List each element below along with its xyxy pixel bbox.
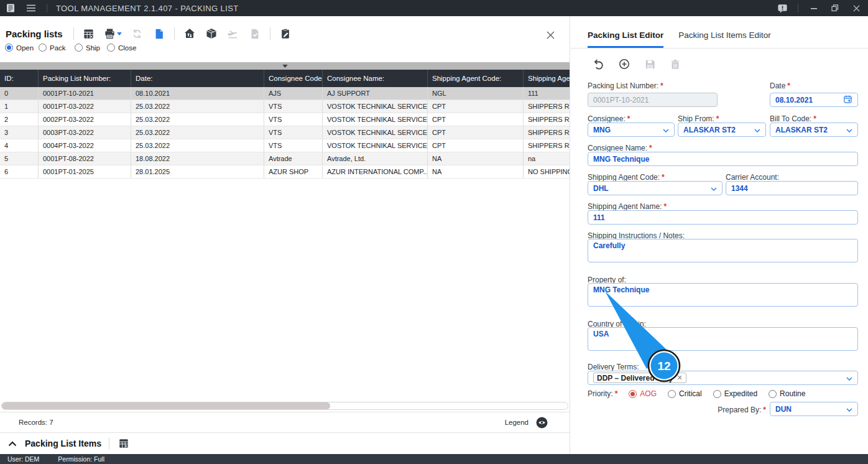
collapse-chevron-icon[interactable] [7,437,17,450]
filter-close-radio[interactable]: Close [107,44,136,52]
remove-chip-icon[interactable]: ✕ [677,374,683,382]
priority-group: Priority:* AOG Critical Expedited Routin… [588,389,805,398]
horizontal-scrollbar[interactable] [1,402,568,410]
toolbar-separator [73,27,74,40]
shipping-instructions-field[interactable]: Carefully [588,239,858,262]
tab-packing-list-editor[interactable]: Packing List Editor [588,30,663,48]
radio-routine[interactable] [769,390,777,398]
grid-splitter[interactable] [0,62,570,70]
statusbar: User: DEM Permission: Full [0,454,868,464]
print-button[interactable] [104,27,122,40]
ship-from-label: Ship From:* [678,114,719,123]
property-of-field[interactable]: MNG Technique [588,283,858,307]
col-header-id[interactable]: ID: [0,70,39,87]
warehouse-transfer-icon[interactable] [183,27,196,40]
table-row[interactable]: 50001PT-08-202218.08.2022AvtradeAvtrade,… [0,152,570,165]
radio-pack[interactable] [39,44,47,52]
priority-label: Priority:* [588,389,617,398]
save-icon[interactable] [643,57,657,71]
records-count: Records: 7 [19,419,53,426]
package-icon[interactable] [205,27,218,40]
col-header-date[interactable]: Date: [131,70,264,87]
items-grid-icon[interactable] [117,437,131,450]
edit-clipboard-icon[interactable] [279,27,292,40]
col-header-agent-code[interactable]: Shipping Agent Code: [428,70,524,87]
legend-eye-icon[interactable] [535,415,548,429]
ship-from-select[interactable]: ALASKAR ST2 [678,123,766,137]
editor-tabs: Packing List Editor Packing List Items E… [571,16,868,49]
statusbar-permission: Permission: Full [58,455,104,463]
filter-open-radio[interactable]: Open [5,44,39,52]
calendar-icon[interactable] [843,95,852,106]
ship-plane-icon[interactable] [226,27,240,40]
splitter-collapse-icon [282,65,288,68]
undo-icon[interactable] [592,57,606,71]
col-header-number[interactable]: Packing List Number: [39,70,131,87]
consignee-name-field[interactable]: MNG Technique [588,152,858,166]
delivery-terms-chip[interactable]: DDP – Delivered Duty ✕ [593,373,686,383]
delivery-terms-select[interactable]: DDP – Delivered Duty ✕ [588,371,858,385]
shipping-agent-name-field[interactable]: 111 [588,210,858,225]
grid-view-icon[interactable] [82,27,96,40]
restore-button[interactable] [829,2,841,14]
radio-aog[interactable] [629,390,637,398]
minimize-button[interactable] [808,2,820,14]
col-header-consignee-code[interactable]: Consignee Code: [264,70,323,87]
radio-ship[interactable] [75,44,83,52]
carrier-account-label: Carrier Account: [726,173,779,182]
priority-critical-radio[interactable]: Critical [668,389,702,398]
chevron-down-icon [846,126,852,134]
radio-close[interactable] [107,44,115,52]
priority-expedited-radio[interactable]: Expedited [713,389,757,398]
col-header-agent-name[interactable]: Shipping Age [524,70,570,87]
radio-expedited[interactable] [713,390,721,398]
shipping-agent-code-label: Shipping Agent Code:* [588,173,665,182]
table-row[interactable]: 30003PT-03-202225.03.2022VTSVOSTOK TECHN… [0,126,570,139]
shipping-agent-code-select[interactable]: DHL [588,181,723,195]
new-document-icon[interactable] [152,27,166,40]
table-row[interactable]: 10001PT-03-202225.03.2022VTSVOSTOK TECHN… [0,100,570,113]
consignee-select[interactable]: MNG [588,123,675,137]
packing-list-editor-panel: Packing List Editor Packing List Items E… [571,16,868,454]
consignee-name-label: Consignee Name:* [588,144,652,152]
notification-icon[interactable] [777,2,788,14]
scrollbar-thumb[interactable] [2,402,330,409]
chevron-down-icon [711,184,717,193]
filter-ship-radio[interactable]: Ship [75,44,107,52]
statusbar-user: User: DEM [7,455,39,463]
carrier-account-field[interactable]: 1344 [726,181,858,195]
radio-open[interactable] [5,44,13,52]
prepared-by-select[interactable]: DUN [770,402,858,416]
titlebar: TOOL MANAGEMENT 2.1.407 - PACKING LIST [0,0,868,16]
table-row[interactable]: 20002PT-03-202225.03.2022VTSVOSTOK TECHN… [0,113,570,126]
print-dropdown-caret[interactable] [117,32,122,35]
chevron-down-icon [754,126,760,134]
refresh-icon[interactable] [131,27,144,40]
bill-to-code-select[interactable]: ALASKAR ST2 [770,123,858,137]
tab-packing-list-items-editor[interactable]: Packing List Items Editor [678,30,771,48]
col-header-consignee-name[interactable]: Consignee Name: [323,70,428,87]
approve-document-icon[interactable] [248,27,262,40]
packing-list-number-field: 0001PT-10-2021 [588,93,718,107]
date-field[interactable]: 08.10.2021 [770,93,858,107]
delete-icon[interactable] [668,57,682,71]
close-panel-icon[interactable] [543,28,557,42]
consignee-label: Consignee:* [588,114,630,123]
country-of-origin-field[interactable]: USA [588,327,858,351]
priority-routine-radio[interactable]: Routine [769,389,805,398]
table-header-row: ID: Packing List Number: Date: Consignee… [0,70,570,87]
priority-aog-radio[interactable]: AOG [629,389,657,398]
filter-pack-radio[interactable]: Pack [39,44,75,52]
packing-lists-toolbar: Packing lists [6,24,292,43]
titlebar-separator [47,4,47,12]
add-icon[interactable] [617,57,631,71]
table-row[interactable]: 40004PT-03-202225.03.2022VTSVOSTOK TECHN… [0,139,570,152]
chevron-down-icon [846,405,852,414]
radio-critical[interactable] [668,390,676,398]
window-title: TOOL MANAGEMENT 2.1.407 - PACKING LIST [56,4,239,13]
table-row[interactable]: 60001PT-01-202528.01.2025AZUR SHOPAZUR I… [0,165,570,179]
table-row[interactable]: 00001PT-10-202108.10.2021AJSAJ SUPPORTNG… [0,87,570,100]
hamburger-menu-icon[interactable] [24,1,38,15]
close-window-button[interactable] [851,2,862,14]
packing-list-number-label: Packing List Number:* [588,81,663,90]
